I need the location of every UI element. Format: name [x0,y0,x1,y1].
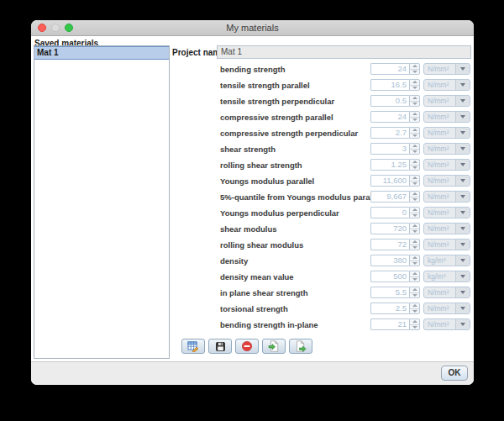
spinner-value[interactable]: 0 [370,207,409,218]
spinner-buttons[interactable] [409,271,420,282]
value-spinner[interactable]: 2.5 [370,303,420,314]
unit-dropdown[interactable]: N/mm² [423,223,470,234]
spinner-down-icon[interactable] [410,229,419,234]
spinner-value[interactable]: 5.5 [370,287,409,298]
unit-dropdown[interactable]: N/mm² [423,79,470,91]
spinner-buttons[interactable] [409,303,420,314]
spinner-buttons[interactable] [409,95,420,107]
value-spinner[interactable]: 9,667 [370,191,420,203]
chevron-down-icon[interactable] [455,192,470,202]
save-button[interactable] [208,339,232,354]
unit-dropdown[interactable]: N/mm² [423,175,470,187]
delete-button[interactable] [235,339,259,354]
spinner-down-icon[interactable] [410,325,419,330]
unit-dropdown[interactable]: kg/m³ [423,255,470,266]
spinner-down-icon[interactable] [410,70,419,75]
chevron-down-icon[interactable] [455,239,470,250]
spinner-buttons[interactable] [409,191,420,203]
value-spinner[interactable]: 1.25 [370,159,420,171]
spinner-down-icon[interactable] [410,213,419,218]
chevron-down-icon[interactable] [455,255,470,266]
chevron-down-icon[interactable] [455,303,470,313]
spinner-buttons[interactable] [409,159,420,171]
value-spinner[interactable]: 3 [370,143,420,155]
spinner-value[interactable]: 72 [370,239,409,250]
spinner-down-icon[interactable] [410,134,419,139]
value-spinner[interactable]: 24 [370,111,420,123]
spinner-buttons[interactable] [409,239,420,250]
value-spinner[interactable]: 5.5 [370,287,420,298]
spinner-down-icon[interactable] [410,277,419,282]
unit-dropdown[interactable]: kg/m³ [423,271,470,282]
chevron-down-icon[interactable] [455,64,470,74]
value-spinner[interactable]: 11,600 [370,175,420,187]
spinner-down-icon[interactable] [410,261,419,266]
chevron-down-icon[interactable] [455,319,470,329]
unit-dropdown[interactable]: N/mm² [423,207,470,218]
value-spinner[interactable]: 0.5 [370,95,420,107]
chevron-down-icon[interactable] [455,271,470,282]
unit-dropdown[interactable]: N/mm² [423,63,470,75]
chevron-down-icon[interactable] [455,80,470,90]
spinner-buttons[interactable] [409,207,420,218]
edit-table-button[interactable] [181,339,205,354]
spinner-buttons[interactable] [409,127,420,139]
project-name-field[interactable]: Mat 1 [217,45,471,59]
spinner-down-icon[interactable] [410,197,419,203]
value-spinner[interactable]: 2.7 [370,127,420,139]
saved-materials-list[interactable]: Mat 1 [34,45,170,359]
spinner-value[interactable]: 24 [370,111,409,123]
unit-dropdown[interactable]: N/mm² [423,143,470,155]
chevron-down-icon[interactable] [455,128,470,138]
value-spinner[interactable]: 16.5 [370,79,420,91]
ok-button[interactable]: OK [441,366,468,381]
spinner-buttons[interactable] [409,111,420,123]
spinner-buttons[interactable] [409,223,420,234]
spinner-value[interactable]: 11,600 [370,175,409,187]
chevron-down-icon[interactable] [455,287,470,297]
chevron-down-icon[interactable] [455,176,470,186]
spinner-buttons[interactable] [409,143,420,155]
unit-dropdown[interactable]: N/mm² [423,318,470,330]
spinner-value[interactable]: 0.5 [370,95,409,107]
spinner-down-icon[interactable] [410,102,419,107]
titlebar[interactable]: My materials [31,20,474,36]
spinner-buttons[interactable] [409,255,420,266]
spinner-down-icon[interactable] [410,182,419,187]
spinner-down-icon[interactable] [410,118,419,123]
spinner-value[interactable]: 720 [370,223,409,234]
spinner-value[interactable]: 9,667 [370,191,409,203]
spinner-buttons[interactable] [409,318,420,330]
spinner-value[interactable]: 16.5 [370,79,409,91]
list-item-mat1[interactable]: Mat 1 [34,46,169,60]
chevron-down-icon[interactable] [455,144,470,154]
spinner-buttons[interactable] [409,79,420,91]
value-spinner[interactable]: 720 [370,223,420,234]
value-spinner[interactable]: 380 [370,255,420,266]
spinner-buttons[interactable] [409,175,420,187]
spinner-value[interactable]: 2.7 [370,127,409,139]
unit-dropdown[interactable]: N/mm² [423,303,470,314]
value-spinner[interactable]: 0 [370,207,420,218]
value-spinner[interactable]: 21 [370,318,420,330]
chevron-down-icon[interactable] [455,224,470,234]
spinner-value[interactable]: 21 [370,318,409,330]
spinner-down-icon[interactable] [410,166,419,171]
value-spinner[interactable]: 500 [370,271,420,282]
unit-dropdown[interactable]: N/mm² [423,287,470,298]
unit-dropdown[interactable]: N/mm² [423,127,470,139]
unit-dropdown[interactable]: N/mm² [423,191,470,203]
spinner-value[interactable]: 3 [370,143,409,155]
value-spinner[interactable]: 72 [370,239,420,250]
chevron-down-icon[interactable] [455,208,470,218]
spinner-buttons[interactable] [409,287,420,298]
unit-dropdown[interactable]: N/mm² [423,111,470,123]
spinner-buttons[interactable] [409,63,420,75]
unit-dropdown[interactable]: N/mm² [423,159,470,171]
spinner-down-icon[interactable] [410,245,419,250]
spinner-value[interactable]: 380 [370,255,409,266]
unit-dropdown[interactable]: N/mm² [423,239,470,250]
spinner-value[interactable]: 1.25 [370,159,409,171]
import-button[interactable] [262,339,286,354]
spinner-value[interactable]: 2.5 [370,303,409,314]
